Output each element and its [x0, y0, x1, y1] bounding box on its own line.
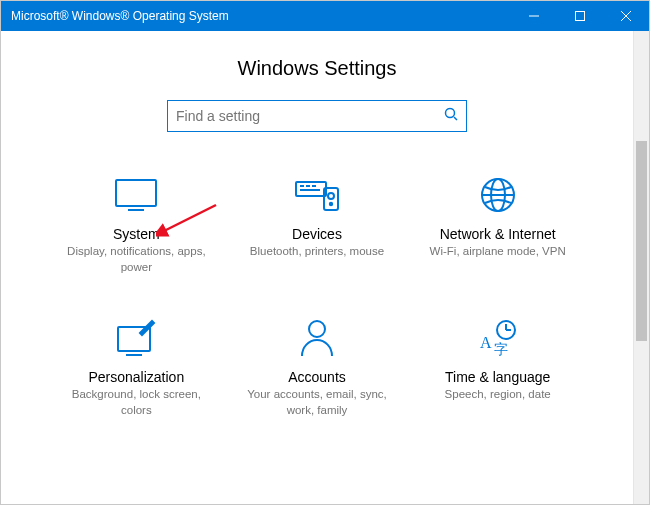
tile-desc: Bluetooth, printers, mouse [232, 244, 403, 260]
tile-title: Time & language [412, 369, 583, 385]
tile-desc: Your accounts, email, sync, work, family [232, 387, 403, 418]
tile-desc: Speech, region, date [412, 387, 583, 403]
person-icon [232, 315, 403, 361]
titlebar: Microsoft® Windows® Operating System [1, 1, 649, 31]
search-input[interactable] [176, 108, 444, 124]
tile-network[interactable]: Network & Internet Wi-Fi, airplane mode,… [412, 172, 583, 275]
display-icon [51, 172, 222, 218]
devices-icon [232, 172, 403, 218]
window-title: Microsoft® Windows® Operating System [1, 9, 511, 23]
svg-rect-6 [116, 180, 156, 206]
svg-line-5 [454, 117, 457, 120]
svg-rect-1 [576, 12, 585, 21]
tile-system[interactable]: System Display, notifications, apps, pow… [51, 172, 222, 275]
search-icon [444, 107, 458, 125]
tile-title: Devices [232, 226, 403, 242]
tile-desc: Wi-Fi, airplane mode, VPN [412, 244, 583, 260]
personalization-icon [51, 315, 222, 361]
minimize-button[interactable] [511, 1, 557, 31]
page-title: Windows Settings [21, 57, 613, 80]
tile-title: Personalization [51, 369, 222, 385]
tile-accounts[interactable]: Accounts Your accounts, email, sync, wor… [232, 315, 403, 418]
svg-text:字: 字 [494, 342, 508, 357]
tile-title: System [51, 226, 222, 242]
tile-personalization[interactable]: Personalization Background, lock screen,… [51, 315, 222, 418]
svg-point-21 [309, 321, 325, 337]
globe-icon [412, 172, 583, 218]
tile-title: Network & Internet [412, 226, 583, 242]
search-box[interactable] [167, 100, 467, 132]
content-area: Windows Settings System Display, notific… [1, 31, 633, 505]
svg-point-14 [328, 193, 334, 199]
close-button[interactable] [603, 1, 649, 31]
time-language-icon: A 字 [412, 315, 583, 361]
tile-time-language[interactable]: A 字 Time & language Speech, region, date [412, 315, 583, 418]
tile-devices[interactable]: Devices Bluetooth, printers, mouse [232, 172, 403, 275]
svg-point-15 [330, 203, 332, 205]
tile-desc: Display, notifications, apps, power [51, 244, 222, 275]
svg-point-4 [446, 109, 455, 118]
scrollbar-thumb[interactable] [636, 141, 647, 341]
scrollbar[interactable] [633, 31, 649, 505]
maximize-button[interactable] [557, 1, 603, 31]
tile-title: Accounts [232, 369, 403, 385]
svg-text:A: A [480, 334, 492, 351]
tile-desc: Background, lock screen, colors [51, 387, 222, 418]
